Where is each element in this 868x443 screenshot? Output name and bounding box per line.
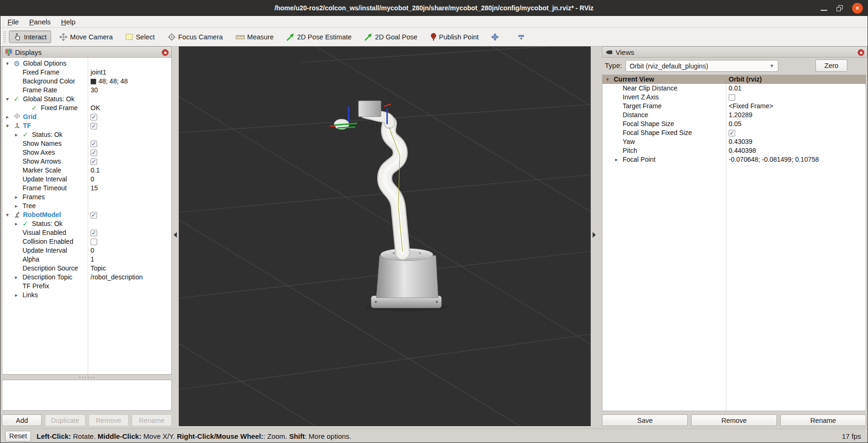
tree-row-focal-shape-fixed-size[interactable]: Focal Shape Fixed Size✓ <box>602 128 866 137</box>
tree-row-distance[interactable]: Distance1.20289 <box>602 111 866 120</box>
tree-row-focal-shape-size[interactable]: Focal Shape Size0.05 <box>602 120 866 128</box>
tree-row-focal-point[interactable]: ▸Focal Point-0.070648; -0.081499; 0.1075… <box>602 155 866 164</box>
tree-row-invert-z-axis[interactable]: Invert Z Axis <box>602 93 866 102</box>
3d-viewport[interactable] <box>179 46 591 426</box>
rename-button[interactable]: Rename <box>780 414 866 426</box>
tree-row-pitch[interactable]: Pitch0.440398 <box>602 146 866 155</box>
views-property-tree[interactable]: ▾Current ViewOrbit (rviz)Near Clip Dista… <box>602 75 866 411</box>
tree-row-visual-enabled[interactable]: Visual Enabled✓ <box>2 228 171 237</box>
checkbox[interactable]: ✓ <box>91 123 97 129</box>
view-type-select[interactable]: Orbit (rviz_default_plugins) ▼ <box>625 60 778 72</box>
tree-row-status-ok[interactable]: ▸✓Status: Ok <box>2 130 171 139</box>
menu-item-help[interactable]: Help <box>56 17 81 27</box>
tree-row-collision-enabled[interactable]: Collision Enabled <box>2 237 171 246</box>
menu-item-panels[interactable]: Panels <box>24 17 56 27</box>
tree-row-marker-scale[interactable]: Marker Scale0.1 <box>2 166 171 175</box>
expander-collapsed-icon[interactable]: ▸ <box>615 155 622 164</box>
tree-row-fixed-frame[interactable]: ✓Fixed FrameOK <box>2 104 171 113</box>
tree-row-links[interactable]: ▸Links <box>2 291 171 300</box>
tree-row-current-view[interactable]: ▾Current ViewOrbit (rviz) <box>602 75 866 84</box>
tree-row-description-source[interactable]: Description SourceTopic <box>2 264 171 273</box>
tool-2d-goal-pose-button[interactable]: 2D Goal Pose <box>359 30 422 44</box>
displays-panel-header[interactable]: Displays <box>2 46 172 58</box>
color-swatch[interactable] <box>91 79 96 84</box>
displays-splitter-handle[interactable] <box>2 375 172 380</box>
close-displays-panel-button[interactable] <box>162 49 168 56</box>
expander-collapsed-icon[interactable]: ▸ <box>15 202 22 210</box>
property-label: Frame Timeout <box>23 184 67 193</box>
panel-collapse-left-handle[interactable] <box>174 232 177 238</box>
checkbox[interactable]: ✓ <box>91 212 97 218</box>
status-help-segment: Shift <box>289 432 305 440</box>
tree-row-description-topic[interactable]: ▸Description Topic/robot_description <box>2 273 171 282</box>
status-help-segment: Move X/Y. <box>141 432 177 440</box>
tree-row-global-options[interactable]: ▾⚙Global Options <box>2 59 171 68</box>
expander-expanded-icon[interactable]: ▾ <box>6 59 13 68</box>
tree-row-frame-timeout[interactable]: Frame Timeout15 <box>2 184 171 193</box>
expander-collapsed-icon[interactable]: ▸ <box>15 273 22 282</box>
tree-row-global-status-ok[interactable]: ▾✓Global Status: Ok <box>2 95 171 104</box>
views-panel-header[interactable]: Views <box>602 46 868 58</box>
toolbar-grip-handle[interactable] <box>3 31 6 43</box>
checkbox[interactable]: ✓ <box>91 230 97 236</box>
tree-row-fixed-frame[interactable]: Fixed Framejoint1 <box>2 68 171 77</box>
tool-focus-camera-button[interactable]: Focus Camera <box>163 30 228 44</box>
tree-row-tf-prefix[interactable]: TF Prefix <box>2 282 171 291</box>
tree-row-yaw[interactable]: Yaw0.43039 <box>602 137 866 146</box>
tree-row-tf[interactable]: ▾TF✓ <box>2 121 171 130</box>
expander-expanded-icon[interactable]: ▾ <box>6 210 13 219</box>
checkbox[interactable]: ✓ <box>91 114 97 120</box>
tree-row-status-ok[interactable]: ▸✓Status: Ok <box>2 219 171 228</box>
expander-collapsed-icon[interactable]: ▸ <box>15 291 22 300</box>
title-bar[interactable]: /home/u20-ros2/colcon_ws/install/mycobot… <box>0 0 868 16</box>
tool-measure-button[interactable]: Measure <box>231 31 278 43</box>
tree-row-grid[interactable]: ▸Grid✓ <box>2 113 171 121</box>
tool-2d-pose-estimate-button[interactable]: 2D Pose Estimate <box>282 30 356 44</box>
tool-move-camera-button[interactable]: Move Camera <box>54 30 117 44</box>
tree-row-show-axes[interactable]: Show Axes✓ <box>2 148 171 157</box>
tree-row-show-names[interactable]: Show Names✓ <box>2 139 171 148</box>
checkbox[interactable] <box>91 239 97 245</box>
checkbox[interactable]: ✓ <box>91 141 97 147</box>
expander-collapsed-icon[interactable]: ▸ <box>15 130 22 139</box>
checkbox[interactable]: ✓ <box>91 158 97 165</box>
tree-row-alpha[interactable]: Alpha1 <box>2 255 171 264</box>
tree-row-tree[interactable]: ▸Tree <box>2 202 171 210</box>
reset-button[interactable]: Reset <box>5 431 31 442</box>
close-views-panel-button[interactable] <box>858 49 864 56</box>
zero-button[interactable]: Zero <box>815 60 847 72</box>
minimize-icon[interactable] <box>821 10 827 11</box>
restore-icon[interactable] <box>837 5 843 11</box>
expander-expanded-icon[interactable]: ▾ <box>6 95 13 104</box>
tree-row-background-color[interactable]: Background Color48; 48; 48 <box>2 77 171 86</box>
expander-collapsed-icon[interactable]: ▸ <box>15 219 22 228</box>
tree-row-frames[interactable]: ▸Frames <box>2 193 171 202</box>
tree-row-frame-rate[interactable]: Frame Rate30 <box>2 86 171 95</box>
tool-select-button[interactable]: Select <box>121 30 159 43</box>
close-icon[interactable]: ✕ <box>852 3 863 14</box>
tree-row-update-interval[interactable]: Update Interval0 <box>2 246 171 255</box>
checkbox[interactable] <box>729 94 735 101</box>
toolbar-extension-icon[interactable] <box>518 33 525 41</box>
tree-row-near-clip-distance[interactable]: Near Clip Distance0.01 <box>602 84 866 93</box>
expander-collapsed-icon[interactable]: ▸ <box>15 193 22 202</box>
tree-row-target-frame[interactable]: Target Frame<Fixed Frame> <box>602 102 866 111</box>
expander-expanded-icon[interactable]: ▾ <box>6 121 13 130</box>
checkbox[interactable]: ✓ <box>91 150 97 156</box>
displays-property-tree[interactable]: ▾⚙Global OptionsFixed Framejoint1Backgro… <box>2 58 172 375</box>
menu-item-file[interactable]: File <box>2 17 24 27</box>
expander-collapsed-icon[interactable]: ▸ <box>6 113 13 121</box>
tree-row-show-arrows[interactable]: Show Arrows✓ <box>2 157 171 166</box>
add-button[interactable]: Add <box>2 414 42 426</box>
checkbox[interactable]: ✓ <box>729 130 735 136</box>
tool-add-tool-icon-button[interactable] <box>487 31 503 43</box>
panel-collapse-right-handle[interactable] <box>593 232 596 238</box>
tree-row-update-interval[interactable]: Update Interval0 <box>2 175 171 184</box>
tree-row-robotmodel[interactable]: ▾RobotModel✓ <box>2 210 171 219</box>
expander-expanded-icon[interactable]: ▾ <box>606 75 613 84</box>
save-button[interactable]: Save <box>602 414 688 426</box>
tool-publish-point-button[interactable]: Publish Point <box>426 30 484 44</box>
views-type-row: Type: Orbit (rviz_default_plugins) ▼ Zer… <box>602 60 868 73</box>
tool-interact-button[interactable]: Interact <box>9 30 51 43</box>
remove-button[interactable]: Remove <box>691 414 777 426</box>
